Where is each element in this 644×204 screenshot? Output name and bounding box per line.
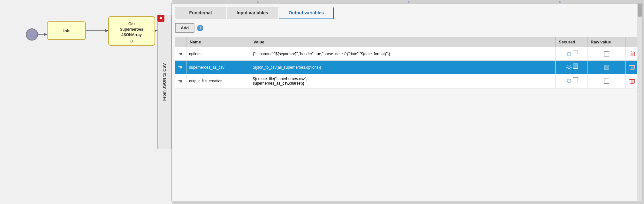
svg-text:JSONArray: JSONArray — [121, 33, 142, 37]
row-rawvalue-superheroes-csv[interactable] — [587, 61, 626, 74]
table-header-row: Name Value Secured Raw value — [175, 37, 639, 47]
secured-checkbox-output[interactable] — [573, 77, 578, 82]
rawvalue-checkbox-output[interactable] — [604, 79, 609, 84]
secured-checkbox-options[interactable] — [573, 50, 578, 55]
row-value-superheroes-csv: ${json_to_csv(all_superheroes,options)} — [250, 61, 556, 74]
main-panel: Functional Input variables Output variab… — [171, 3, 642, 201]
col-header-secured: Secured — [556, 37, 587, 47]
row-rawvalue-output-file[interactable] — [587, 74, 626, 88]
settings-icon[interactable] — [565, 50, 573, 58]
tabs-container: Functional Input variables Output variab… — [172, 4, 642, 19]
svg-rect-5 — [47, 22, 86, 40]
svg-point-12 — [568, 53, 570, 55]
scrollbar-thumb[interactable] — [638, 4, 642, 17]
row-name-superheroes-csv[interactable]: superheroes_as_csv — [186, 61, 250, 74]
rawvalue-checkbox-options[interactable] — [604, 51, 609, 57]
row-secured-superheroes-csv[interactable] — [556, 61, 587, 74]
row-secured-options[interactable] — [556, 47, 587, 61]
canvas-svg: Init Get Superheroes JSONArray ↺ — [0, 0, 172, 204]
panel-scrollbar[interactable] — [637, 4, 642, 201]
tab-input-variables[interactable]: Input variables — [227, 7, 278, 19]
drag-handle-cell[interactable]: ☚ — [175, 61, 186, 74]
row-secured-output-file[interactable] — [556, 74, 587, 88]
svg-text:Get: Get — [128, 22, 135, 26]
data-table: Name Value Secured Raw value ☚ options {… — [175, 37, 639, 88]
panel-content: Add i Name Value Secured Raw value — [172, 19, 642, 201]
col-header-drag — [175, 37, 186, 47]
table-row[interactable]: ☚ superheroes_as_csv ${json_to_csv(all_s… — [175, 61, 639, 74]
tab-functional[interactable]: Functional — [175, 7, 226, 19]
settings-icon[interactable] — [565, 77, 573, 85]
add-button[interactable]: Add — [175, 23, 194, 33]
svg-point-0 — [26, 29, 38, 40]
svg-text:Init: Init — [63, 28, 70, 33]
panel-close-button[interactable]: ✕ — [157, 15, 164, 22]
col-header-value: Value — [250, 37, 556, 47]
table-row[interactable]: ☚ options {"separator":"${separator}","h… — [175, 47, 639, 61]
rawvalue-checkbox-superheroes[interactable] — [604, 65, 609, 70]
toolbar: Add i — [175, 23, 639, 33]
close-icon: ✕ — [159, 16, 163, 21]
row-rawvalue-options[interactable] — [587, 47, 626, 61]
svg-point-20 — [568, 66, 570, 69]
info-icon[interactable]: i — [197, 25, 203, 31]
canvas-area: Init Get Superheroes JSONArray ↺ — [0, 0, 172, 204]
svg-rect-7 — [109, 17, 155, 45]
delete-icon[interactable] — [628, 50, 636, 57]
delete-icon[interactable] — [628, 63, 636, 71]
col-header-name: Name — [186, 37, 250, 47]
drag-handle-cell[interactable]: ☚ — [175, 47, 186, 61]
table-row[interactable]: ☚ output_file_creation ${create_file("su… — [175, 74, 639, 88]
row-name-options[interactable]: options — [186, 47, 250, 61]
svg-text:↺: ↺ — [130, 39, 133, 44]
row-value-output-file: ${create_file("superheroes.csv",superher… — [250, 74, 556, 88]
drag-handle-icon[interactable]: ☚ — [178, 79, 184, 84]
svg-text:Superheroes: Superheroes — [120, 27, 143, 32]
delete-icon[interactable] — [628, 77, 636, 85]
vertical-label-text: From JSON to CSV — [162, 63, 167, 101]
col-header-rawvalue: Raw value — [587, 37, 626, 47]
drag-handle-icon[interactable]: ☚ — [178, 64, 184, 70]
drag-handle-icon[interactable]: ☚ — [178, 51, 184, 57]
row-value-options: {"separator":"${separator}","header":tru… — [250, 47, 556, 61]
row-name-output-file[interactable]: output_file_creation — [186, 74, 250, 88]
vertical-label-strip: From JSON to CSV — [157, 15, 171, 149]
secured-checkbox-superheroes[interactable] — [573, 64, 578, 69]
tab-output-variables[interactable]: Output variables — [279, 7, 334, 19]
settings-icon[interactable] — [565, 64, 573, 71]
svg-point-28 — [568, 80, 570, 82]
drag-handle-cell[interactable]: ☚ — [175, 74, 186, 88]
